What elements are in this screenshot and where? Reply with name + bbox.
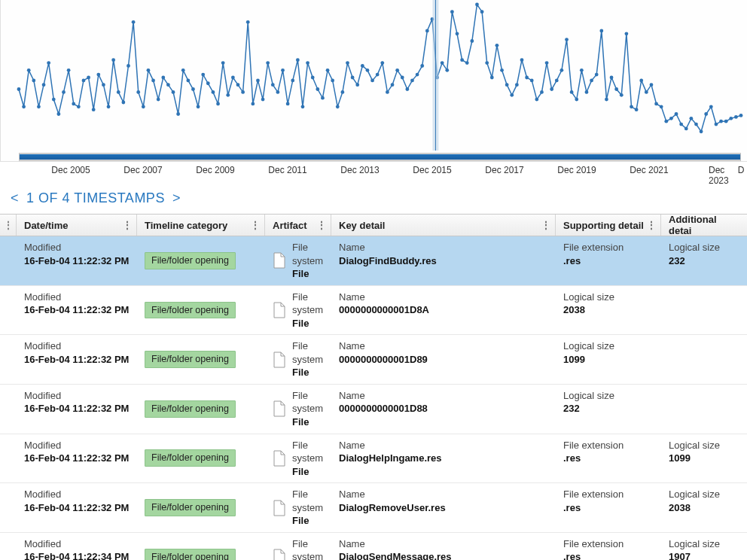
svg-point-111: [570, 90, 574, 94]
svg-point-62: [326, 68, 330, 72]
svg-point-105: [540, 90, 544, 94]
svg-point-141: [719, 120, 723, 123]
column-menu-icon[interactable]: ⋮: [316, 219, 326, 231]
cell-artifact: File systemFile: [265, 533, 331, 560]
svg-point-50: [266, 61, 270, 65]
svg-point-65: [340, 90, 344, 94]
svg-point-47: [251, 102, 255, 106]
svg-point-2: [27, 68, 31, 72]
svg-point-90: [465, 61, 469, 65]
svg-point-119: [610, 76, 614, 80]
x-axis-tick: Dec 2009: [196, 165, 234, 175]
svg-point-95: [490, 76, 494, 80]
svg-point-143: [729, 117, 733, 120]
svg-point-130: [664, 120, 668, 123]
svg-point-13: [82, 78, 86, 82]
table-row[interactable]: Modified16-Feb-04 11:22:34 PMFile/folder…: [0, 533, 747, 560]
cell-datetime: Modified16-Feb-04 11:22:32 PM: [17, 385, 137, 434]
cell-artifact: File systemFile: [265, 385, 331, 434]
svg-point-126: [645, 90, 648, 94]
table-row[interactable]: Modified16-Feb-04 11:22:32 PMFile/folder…: [0, 434, 747, 484]
svg-point-17: [102, 83, 105, 87]
column-menu-icon[interactable]: ⋮: [122, 219, 132, 231]
svg-point-93: [480, 10, 484, 14]
svg-point-48: [256, 78, 260, 82]
x-axis-tick: Dec 2019: [557, 165, 596, 175]
cell-keydetail: NameDialogHelpIngame.res: [331, 434, 556, 483]
svg-point-107: [550, 87, 553, 91]
svg-point-49: [261, 98, 265, 102]
svg-point-8: [56, 112, 60, 116]
column-additional[interactable]: Additional detai: [661, 215, 747, 236]
column-menu-icon[interactable]: ⋮: [250, 219, 260, 231]
svg-point-42: [226, 93, 230, 97]
svg-point-67: [351, 76, 355, 80]
category-pill: File/folder opening: [145, 549, 236, 560]
svg-point-96: [495, 44, 499, 47]
svg-point-99: [510, 93, 514, 97]
svg-point-19: [111, 58, 115, 62]
chart-scrollbar[interactable]: [19, 153, 741, 161]
cell-additional: [661, 385, 747, 434]
timeline-chart[interactable]: [0, 0, 747, 162]
svg-point-11: [72, 102, 75, 106]
svg-point-31: [172, 90, 175, 94]
svg-point-0: [17, 87, 21, 91]
table-row[interactable]: Modified16-Feb-04 11:22:32 PMFile/folder…: [0, 286, 747, 336]
file-icon: [273, 450, 286, 467]
results-grid-body[interactable]: Modified16-Feb-04 11:22:32 PMFile/folder…: [0, 236, 747, 560]
cell-datetime: Modified16-Feb-04 11:22:32 PM: [17, 335, 137, 384]
table-row[interactable]: Modified16-Feb-04 11:22:32 PMFile/folder…: [0, 483, 747, 533]
svg-point-23: [132, 20, 136, 24]
column-category[interactable]: Timeline category ⋮: [137, 215, 265, 236]
file-icon: [273, 302, 286, 318]
svg-point-132: [675, 112, 678, 116]
x-axis-tick: Dec 2005: [51, 165, 90, 175]
column-menu-icon[interactable]: ⋮: [541, 219, 550, 231]
svg-point-36: [197, 105, 200, 108]
svg-point-91: [470, 39, 474, 43]
column-label: Date/time: [24, 220, 69, 231]
table-row[interactable]: Modified16-Feb-04 11:22:32 PMFile/folder…: [0, 385, 747, 434]
svg-point-78: [405, 87, 409, 91]
svg-point-56: [296, 58, 300, 62]
cell-datetime: Modified16-Feb-04 11:22:32 PM: [17, 434, 137, 483]
svg-point-39: [212, 90, 215, 94]
column-keydetail[interactable]: Key detail ⋮: [331, 215, 556, 236]
chart-svg: [1, 0, 747, 162]
table-row[interactable]: Modified16-Feb-04 11:22:32 PMFile/folder…: [0, 335, 747, 385]
table-row[interactable]: Modified16-Feb-04 11:22:32 PMFile/folder…: [0, 236, 747, 286]
cell-category: File/folder opening: [137, 236, 265, 285]
svg-point-114: [585, 90, 589, 94]
cell-category: File/folder opening: [137, 286, 265, 335]
chart-scrollbar-thumb[interactable]: [20, 154, 740, 160]
svg-point-10: [67, 68, 71, 72]
x-axis-tick: Dec 2015: [413, 165, 451, 175]
pager-prev-button[interactable]: <: [11, 190, 19, 206]
column-supporting[interactable]: Supporting detail ⋮: [556, 215, 661, 236]
column-artifact[interactable]: Artifact ⋮: [265, 215, 331, 236]
svg-point-43: [231, 76, 235, 80]
svg-point-101: [520, 58, 524, 62]
cell-supporting: Logical size1099: [556, 335, 661, 384]
svg-point-54: [286, 102, 290, 106]
cell-category: File/folder opening: [137, 434, 265, 483]
column-datetime[interactable]: Date/time ⋮: [17, 215, 137, 236]
cell-keydetail: Name0000000000001D88: [331, 385, 556, 434]
pager-next-button[interactable]: >: [172, 190, 181, 206]
svg-point-133: [679, 123, 683, 126]
category-pill: File/folder opening: [145, 499, 236, 516]
svg-point-14: [87, 76, 90, 80]
svg-point-18: [107, 105, 111, 108]
column-row-handle[interactable]: ⋮: [0, 215, 17, 236]
results-grid-header: ⋮ Date/time ⋮ Timeline category ⋮ Artifa…: [0, 214, 747, 236]
x-axis-tick: Dec 2023: [709, 165, 734, 186]
column-menu-icon[interactable]: ⋮: [646, 219, 656, 231]
x-axis-tick: Dec 2007: [123, 165, 162, 175]
vertical-dots-icon: ⋮: [3, 224, 14, 227]
svg-point-35: [191, 87, 195, 91]
svg-point-7: [52, 98, 56, 102]
pager-text: 1 OF 4 TIMESTAMPS: [26, 190, 165, 206]
svg-point-26: [147, 68, 151, 72]
svg-point-103: [530, 78, 534, 82]
